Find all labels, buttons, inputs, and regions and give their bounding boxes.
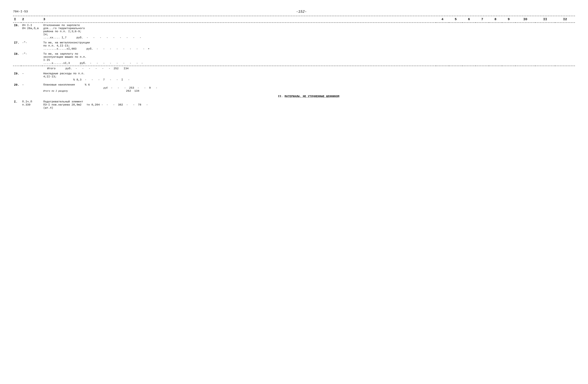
- row-ref-19: –: [21, 71, 42, 82]
- page-number: -152-: [296, 10, 307, 14]
- row-c9-18: [502, 51, 515, 66]
- row-c12-s21: [555, 99, 575, 110]
- row-c11-17: [535, 40, 555, 51]
- row-c12-16: [555, 23, 575, 40]
- col-header-10: IO: [515, 16, 535, 23]
- row-c9-20: [502, 82, 515, 94]
- row-c10-19: [515, 71, 535, 82]
- row-c5-18: [449, 51, 462, 66]
- row-c7-19: [476, 71, 489, 82]
- row-c10-20: [515, 82, 535, 94]
- row-id-20: 20.: [13, 82, 21, 94]
- row-c6-20: [462, 82, 476, 94]
- main-table: I 2 3 4 5 6 7 8 9 IO II I2 I6. ОЧ I-IОЧ …: [13, 16, 575, 110]
- table-header-row: I 2 3 4 5 6 7 8 9 IO II I2: [13, 16, 575, 23]
- col-header-7: 7: [476, 16, 489, 23]
- table-row: I. П.Iч.Пп.339 Подогревательный элемент …: [13, 99, 575, 110]
- row-c8-s21: [489, 99, 502, 110]
- row-desc-16: Отклонение по зарплате для...го территор…: [42, 23, 436, 40]
- row-desc-20: Плановые накопления % 6 руб - - - 253 - …: [42, 82, 436, 94]
- subtotal-label: Итого руб. - - - - - - 252 I34: [42, 66, 436, 71]
- row-c4-16: [436, 23, 449, 40]
- row-c8-18: [489, 51, 502, 66]
- row-c5-20: [449, 82, 462, 94]
- row-desc-s2-1: Подогревательный элемент ПЭ-I пов.нагрев…: [42, 99, 436, 110]
- row-c4-18: [436, 51, 449, 66]
- row-ref-18: -"-: [21, 51, 42, 66]
- table-row: I7. -"- То же, на металлоконструкции по …: [13, 40, 575, 51]
- subtotal-c5: [449, 66, 462, 71]
- row-c8-20: [489, 82, 502, 94]
- col-header-11: II: [535, 16, 555, 23]
- row-c5-16: [449, 23, 462, 40]
- row-id-s2-1: I.: [13, 99, 21, 110]
- row-c12-18: [555, 51, 575, 66]
- row-c10-17: [515, 40, 535, 51]
- row-c4-20: [436, 82, 449, 94]
- col-header-4: 4: [436, 16, 449, 23]
- row-id-17: I7.: [13, 40, 21, 51]
- row-c6-s21: [462, 99, 476, 110]
- row-c9-17: [502, 40, 515, 51]
- row-c12-19: [555, 71, 575, 82]
- col-header-2: 2: [21, 16, 42, 23]
- row-c7-s21: [476, 99, 489, 110]
- section-header-row: II. МАТЕРИАЛЫ, НЕ УТОЧНЕННЫЕ ЦЕННИКОМ: [13, 94, 575, 99]
- row-c9-19: [502, 71, 515, 82]
- subtotal-c8: [489, 66, 502, 71]
- section-empty2: [21, 94, 42, 99]
- subtotal-c12: [555, 66, 575, 71]
- row-c12-20: [555, 82, 575, 94]
- subtotal-empty-1: [13, 66, 21, 71]
- row-c4-s21: [436, 99, 449, 110]
- row-c5-19: [449, 71, 462, 82]
- subtotal-c11: [535, 66, 555, 71]
- section-empty: [13, 94, 21, 99]
- row-c11-s21: [535, 99, 555, 110]
- row-c7-17: [476, 40, 489, 51]
- row-ref-20: –: [21, 82, 42, 94]
- row-c6-16: [462, 23, 476, 40]
- row-desc-18: То же, на зарплату по эксплуатации машин…: [42, 51, 436, 66]
- row-desc-17: То же, на металлоконструкции по п.п. 4,I…: [42, 40, 436, 51]
- row-id-16: I6.: [13, 23, 21, 40]
- row-c11-18: [535, 51, 555, 66]
- section-title: II. МАТЕРИАЛЫ, НЕ УТОЧНЕННЫЕ ЦЕННИКОМ: [42, 94, 575, 99]
- row-c6-19: [462, 71, 476, 82]
- doc-id: 704-I-53: [13, 10, 28, 13]
- row-c7-20: [476, 82, 489, 94]
- table-row: I9. – Накладные расходы по п.п. 4;II-I3;…: [13, 71, 575, 82]
- row-c8-17: [489, 40, 502, 51]
- subtotal-c7: [476, 66, 489, 71]
- row-c8-19: [489, 71, 502, 82]
- row-c10-18: [515, 51, 535, 66]
- table-row: 20. – Плановые накопления % 6 руб - - - …: [13, 82, 575, 94]
- row-id-18: I8.: [13, 51, 21, 66]
- subtotal-c6: [462, 66, 476, 71]
- row-c6-18: [462, 51, 476, 66]
- col-header-3: 3: [42, 16, 436, 23]
- row-c9-16: [502, 23, 515, 40]
- row-c10-16: [515, 23, 535, 40]
- col-header-5: 5: [449, 16, 462, 23]
- row-c8-16: [489, 23, 502, 40]
- col-header-9: 9: [502, 16, 515, 23]
- row-id-19: I9.: [13, 71, 21, 82]
- row-c7-16: [476, 23, 489, 40]
- col-header-1: I: [13, 16, 21, 23]
- row-c11-16: [535, 23, 555, 40]
- table-row: I6. ОЧ I-IОЧ 28а,б,в Отклонение по зарпл…: [13, 23, 575, 40]
- row-ref-16: ОЧ I-IОЧ 28а,б,в: [21, 23, 42, 40]
- col-header-8: 8: [489, 16, 502, 23]
- row-c9-s21: [502, 99, 515, 110]
- col-header-12: I2: [555, 16, 575, 23]
- subtotal-c4: [436, 66, 449, 71]
- row-c7-18: [476, 51, 489, 66]
- row-ref-17: -"-: [21, 40, 42, 51]
- row-c12-17: [555, 40, 575, 51]
- subtotal-c10: [515, 66, 535, 71]
- row-c11-20: [535, 82, 555, 94]
- row-desc-19: Накладные расходы по п.п. 4;II-I3; % 8,3…: [42, 71, 436, 82]
- subtotal-empty-2: [21, 66, 42, 71]
- row-c5-s21: [449, 99, 462, 110]
